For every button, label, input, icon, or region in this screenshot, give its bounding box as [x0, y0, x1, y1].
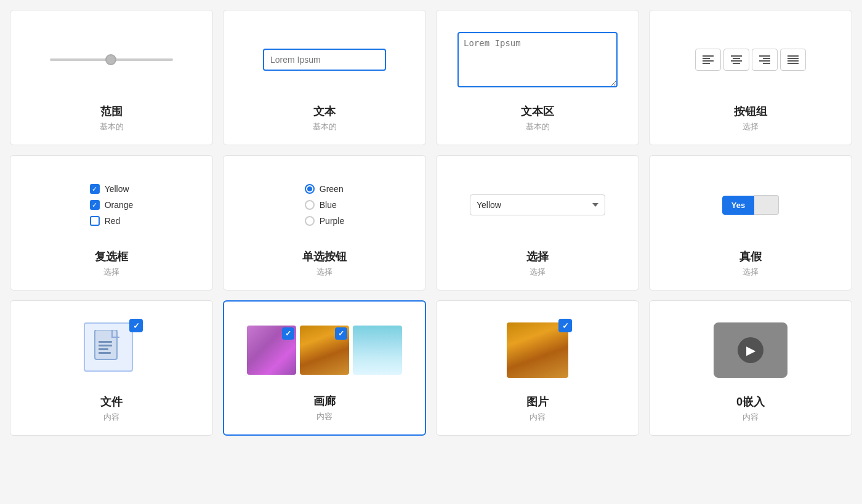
file-widget[interactable]: ✓ — [84, 322, 139, 378]
image-widget[interactable]: ✓ — [507, 322, 568, 378]
video-widget[interactable]: ▶ — [714, 322, 787, 378]
gallery-thumb-giraffe[interactable]: ✓ — [300, 326, 349, 375]
radio-title: 单选按钮 — [302, 249, 347, 264]
radio-widget: Green Blue Purple — [236, 170, 413, 239]
checkbox-sub: 选择 — [103, 266, 119, 278]
radio-purple-circle[interactable] — [305, 216, 315, 226]
file-icon — [84, 322, 133, 372]
video-card: ▶ 0嵌入 内容 — [649, 300, 852, 436]
slider-track[interactable] — [50, 58, 173, 61]
svg-rect-18 — [99, 345, 112, 346]
text-sub: 基本的 — [313, 121, 337, 132]
checkbox-orange-box[interactable]: ✓ — [90, 200, 100, 210]
toggle-card: Yes 真假 选择 — [649, 155, 852, 290]
align-left-button[interactable] — [695, 49, 721, 71]
select-title: 选择 — [526, 249, 549, 264]
radio-blue-circle[interactable] — [305, 200, 315, 210]
embed-sub: 内容 — [743, 412, 759, 423]
svg-rect-13 — [787, 58, 799, 59]
gallery-title: 画廊 — [313, 394, 336, 409]
radio-green-circle[interactable] — [305, 184, 315, 194]
file-card: ✓ 文件 内容 — [10, 300, 213, 436]
svg-rect-7 — [733, 63, 740, 64]
checkbox-yellow-check: ✓ — [92, 186, 97, 193]
align-justify-button[interactable] — [780, 49, 806, 71]
svg-rect-14 — [787, 60, 799, 62]
toggle-sub: 选择 — [743, 266, 759, 278]
file-widget-wrap: ✓ — [23, 316, 200, 385]
video-widget-wrap: ▶ — [662, 316, 839, 385]
gallery-thumb-ocean[interactable] — [353, 326, 402, 375]
file-check-icon: ✓ — [133, 321, 140, 330]
toggle-no-area[interactable] — [754, 195, 779, 215]
svg-rect-8 — [759, 55, 770, 57]
svg-rect-3 — [703, 63, 710, 64]
component-grid: 范围 基本的 文本 基本的 文本区 基本的 — [10, 10, 852, 436]
file-sub: 内容 — [103, 412, 119, 423]
file-title: 文件 — [100, 394, 123, 409]
btngroup-widget — [662, 25, 839, 94]
radio-green[interactable]: Green — [305, 184, 344, 194]
select-sub: 选择 — [530, 266, 546, 278]
svg-rect-5 — [733, 58, 740, 59]
radio-green-inner — [307, 186, 312, 191]
gallery-thumb-flowers[interactable]: ✓ — [247, 326, 296, 375]
checkbox-yellow-label: Yellow — [105, 184, 129, 194]
radio-list: Green Blue Purple — [305, 184, 344, 226]
play-icon: ▶ — [746, 343, 755, 358]
button-group — [695, 49, 806, 71]
image-selected-check: ✓ — [558, 319, 572, 332]
select-widget-wrap: Yellow Orange Red Green Blue — [449, 170, 626, 239]
toggle-widget[interactable]: Yes — [722, 195, 779, 215]
checkbox-yellow-box[interactable]: ✓ — [90, 184, 100, 194]
slider-thumb[interactable] — [105, 54, 116, 65]
image-title: 图片 — [526, 394, 549, 409]
checkbox-orange[interactable]: ✓ Orange — [90, 200, 134, 210]
svg-rect-1 — [703, 58, 710, 59]
svg-rect-4 — [731, 55, 742, 57]
radio-purple[interactable]: Purple — [305, 216, 344, 226]
svg-rect-11 — [763, 63, 770, 64]
toggle-title: 真假 — [739, 249, 762, 264]
play-button[interactable]: ▶ — [738, 337, 763, 363]
checkbox-orange-label: Orange — [105, 200, 134, 210]
checkbox-red-box[interactable] — [90, 216, 100, 226]
gallery-sub: 内容 — [316, 411, 332, 422]
svg-rect-20 — [99, 352, 111, 354]
checkbox-red-label: Red — [105, 216, 121, 226]
range-sub: 基本的 — [100, 121, 124, 132]
svg-rect-10 — [759, 60, 770, 62]
align-right-button[interactable] — [752, 49, 778, 71]
gallery-card: ✓ ✓ 画廊 内容 — [223, 300, 426, 436]
image-card: ✓ 图片 内容 — [436, 300, 639, 436]
text-input[interactable] — [263, 49, 386, 71]
align-center-button[interactable] — [723, 49, 749, 71]
svg-rect-15 — [787, 63, 799, 64]
radio-blue-label: Blue — [320, 200, 337, 210]
range-widget — [23, 25, 200, 94]
radio-card: Green Blue Purple 单选按钮 选择 — [223, 155, 426, 290]
select-input[interactable]: Yellow Orange Red Green Blue — [470, 194, 605, 215]
svg-rect-17 — [99, 341, 112, 343]
radio-green-label: Green — [320, 184, 344, 194]
textarea-input[interactable] — [457, 32, 618, 87]
toggle-yes-label[interactable]: Yes — [722, 196, 754, 215]
embed-title: 0嵌入 — [736, 394, 765, 409]
checkbox-card: ✓ Yellow ✓ Orange Red 复选框 选择 — [10, 155, 213, 290]
checkbox-red[interactable]: Red — [90, 216, 121, 226]
radio-blue[interactable]: Blue — [305, 200, 337, 210]
toggle-widget-wrap: Yes — [662, 170, 839, 239]
svg-rect-6 — [731, 60, 742, 62]
radio-sub: 选择 — [316, 266, 332, 278]
radio-purple-label: Purple — [320, 216, 344, 226]
textarea-card: 文本区 基本的 — [436, 10, 639, 145]
text-widget — [236, 25, 413, 94]
text-title: 文本 — [313, 104, 336, 119]
svg-rect-19 — [99, 348, 108, 350]
gallery-img-ocean — [353, 326, 402, 375]
svg-rect-12 — [787, 55, 799, 57]
checkbox-widget: ✓ Yellow ✓ Orange Red — [23, 170, 200, 239]
textarea-title: 文本区 — [521, 104, 554, 119]
gallery-widget[interactable]: ✓ ✓ — [247, 326, 402, 375]
checkbox-yellow[interactable]: ✓ Yellow — [90, 184, 129, 194]
